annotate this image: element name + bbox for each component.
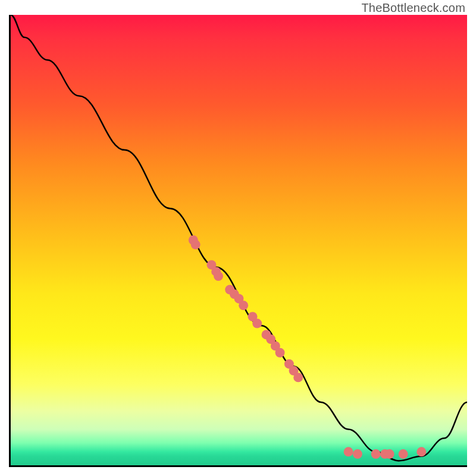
data-point: [214, 271, 223, 281]
curve-line: [11, 15, 467, 461]
data-point: [266, 334, 275, 344]
plot-area: [9, 15, 467, 467]
data-point: [353, 449, 362, 459]
data-point: [234, 294, 244, 303]
data-point: [284, 359, 294, 369]
watermark-text: TheBottleneck.com: [361, 1, 465, 15]
data-point: [416, 447, 426, 456]
data-point: [230, 289, 239, 299]
data-point: [207, 260, 217, 270]
data-point: [371, 449, 381, 459]
scatter-points: [189, 236, 426, 459]
data-point: [275, 348, 285, 358]
chart-svg: [11, 15, 467, 465]
data-point: [271, 341, 280, 350]
data-point: [211, 267, 221, 277]
chart-container: TheBottleneck.com: [0, 0, 476, 476]
data-point: [191, 240, 201, 249]
data-point: [399, 449, 408, 459]
data-point: [239, 300, 248, 310]
data-point: [225, 285, 234, 295]
data-point: [248, 312, 258, 321]
data-point: [293, 372, 303, 382]
data-point: [262, 330, 271, 340]
data-point: [344, 447, 353, 456]
data-point: [252, 319, 262, 328]
data-point: [385, 449, 394, 459]
data-point: [289, 366, 299, 375]
data-point: [189, 236, 198, 245]
data-point: [380, 449, 390, 459]
